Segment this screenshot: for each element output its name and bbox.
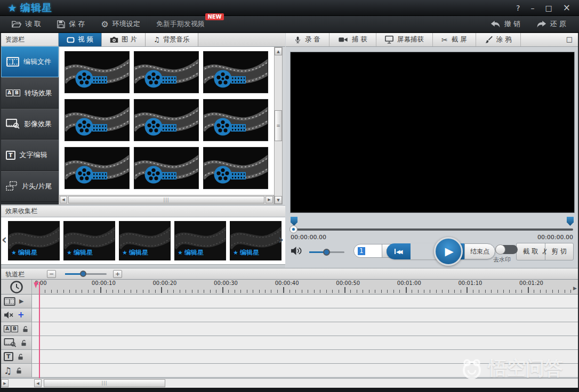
doodle-button[interactable]: 涂 鸦 [476, 33, 521, 46]
text-track-icon: T [4, 352, 13, 361]
scroll-up-arrow[interactable]: ▲ [275, 47, 282, 55]
transition-track-header: AB [1, 322, 32, 336]
elapsed-timecode: 00:00:00.00 [291, 234, 326, 241]
star-icon: ★ [233, 249, 238, 256]
sidebar-item-intro-outro[interactable]: 片头/片尾 [1, 171, 59, 202]
video-thumbnail[interactable] [204, 52, 268, 93]
timeline-zoom-out-button[interactable]: − [47, 270, 56, 278]
track-lock-button[interactable] [20, 339, 27, 346]
open-button[interactable]: 读 取 [12, 19, 41, 29]
maximize-button[interactable]: □ [545, 4, 552, 12]
track-play-button[interactable]: ▶ [19, 298, 23, 304]
tab-background-music[interactable]: ♫ 背景音乐 [146, 33, 198, 46]
timeline-horizontal-scrollbar[interactable]: ◀ ||| ▶ [1, 378, 578, 388]
scroll-right-arrow[interactable]: ▶ [266, 196, 273, 203]
music-track-lane[interactable] [32, 364, 578, 377]
screenshot-button[interactable]: ✂ 截 屏 [433, 33, 476, 46]
video-thumbnail[interactable] [65, 52, 129, 93]
video-thumbnail[interactable] [134, 52, 198, 93]
sidebar-item-video-effects[interactable]: 影像效果 [1, 109, 59, 140]
library-horizontal-scrollbar[interactable]: ◀ ||| ▶ [59, 195, 274, 205]
resource-sidebar: 编辑文件 AB 转场效果 影像效果 T 文字编辑 片头/片尾 [1, 46, 59, 205]
track-lock-button[interactable] [17, 353, 24, 360]
ruler-right-arrow[interactable]: ▶ [573, 285, 577, 291]
video-thumbnail[interactable] [204, 148, 268, 189]
doodle-label: 涂 鸦 [496, 35, 512, 44]
collection-thumbnail[interactable]: ★ 编辑星 [230, 222, 281, 260]
volume-slider[interactable] [309, 251, 344, 253]
remove-watermark-toggle[interactable] [495, 245, 518, 254]
track-bar-label: 轨道栏 [5, 270, 25, 279]
track-lock-button[interactable] [22, 325, 29, 332]
timeline-zoom-slider[interactable] [65, 273, 107, 275]
trim-end-marker[interactable] [567, 217, 574, 226]
seek-playhead-knob[interactable] [290, 225, 297, 233]
display-mode-button[interactable]: □ [566, 35, 573, 43]
collection-thumbnail[interactable]: ★ 编辑星 [64, 222, 115, 260]
video-thumbnail[interactable] [134, 100, 198, 141]
settings-label: 环境设定 [112, 19, 140, 29]
video-thumbnail[interactable] [204, 100, 268, 141]
zoom-thumb[interactable] [80, 271, 86, 277]
promo-link[interactable]: 免新手期发视频 NEW [156, 19, 205, 29]
settings-button[interactable]: ⚙ 环境设定 [101, 19, 140, 29]
redo-arrow-icon [536, 20, 546, 28]
sidebar-item-text-edit[interactable]: T 文字编辑 [1, 140, 59, 170]
end-point-button[interactable]: 结束点 [464, 243, 495, 259]
transport-controls: ◀◀ ▶▶ 结束点 ▶ [387, 243, 495, 259]
record-audio-button[interactable]: 录 音 [286, 33, 329, 46]
play-button[interactable]: ▶ [434, 237, 463, 266]
volume-thumb[interactable] [323, 249, 330, 256]
speaker-icon[interactable] [291, 246, 302, 256]
play-icon: ▶ [445, 245, 453, 258]
collection-prev-arrow[interactable]: ‹ [2, 233, 7, 246]
ruler-ticks: 0:0000:00:1000:00:2000:00:3000:00:4000:0… [32, 280, 578, 294]
tab-video[interactable]: 视 频 [59, 33, 102, 46]
undo-button[interactable]: 撤 销 [490, 19, 520, 29]
video-thumbnail[interactable] [65, 100, 129, 141]
audio-track-header: + [1, 308, 32, 322]
video-thumbnail[interactable] [134, 148, 198, 189]
transition-track-lane[interactable] [32, 322, 578, 336]
collection-thumbnail[interactable]: ★ 编辑星 [9, 222, 59, 260]
collection-thumbnail[interactable]: ★ 编辑星 [119, 222, 170, 260]
video-thumbnail[interactable] [65, 148, 129, 189]
timeline-scroll-thumb[interactable]: ||| [44, 379, 165, 387]
save-button[interactable]: 保 存 [57, 19, 85, 29]
track-lock-button[interactable] [15, 367, 22, 374]
scroll-left-arrow[interactable]: ◀ [60, 196, 67, 203]
tab-picture[interactable]: 图 片 [102, 33, 146, 46]
timeline-playhead[interactable] [39, 282, 40, 378]
timeline-scroll-left-arrow[interactable]: ◀ [34, 379, 42, 387]
timeline-zoom-in-button[interactable]: + [113, 270, 122, 278]
text-track: T [1, 350, 578, 364]
timeline-scroll-right-arrow[interactable]: ▶ [1, 379, 9, 387]
skip-back-button[interactable]: ◀◀ [387, 243, 411, 259]
music-track: ♫ [1, 364, 578, 378]
close-button[interactable]: × [563, 3, 570, 12]
trim-start-marker[interactable] [291, 217, 297, 226]
library-vertical-scrollbar[interactable]: ▲ ≡ ▼ [274, 47, 283, 205]
collection-next-arrow[interactable]: › [278, 233, 284, 246]
help-button[interactable]: ? [516, 4, 520, 12]
minimize-button[interactable]: – [531, 4, 535, 12]
effect-track-lane[interactable] [32, 336, 578, 349]
text-track-lane[interactable] [32, 350, 578, 363]
sidebar-item-label: 片头/片尾 [22, 182, 52, 191]
seek-bar[interactable] [292, 228, 573, 231]
screen-capture-label: 屏幕捕获 [397, 35, 424, 44]
timeline-ruler[interactable]: 0:0000:00:1000:00:2000:00:3000:00:4000:0… [32, 280, 578, 295]
add-track-button[interactable]: + [18, 311, 25, 319]
collection-thumbnail[interactable]: ★ 编辑星 [175, 222, 226, 260]
video-track-lane[interactable] [32, 295, 578, 308]
sidebar-item-transitions[interactable]: AB 转场效果 [1, 77, 59, 108]
horizontal-scroll-thumb[interactable]: ||| [68, 196, 264, 203]
screenshot-label: 截 屏 [452, 35, 467, 44]
vertical-scroll-thumb[interactable]: ≡ [275, 110, 282, 141]
audio-track-lane[interactable] [32, 308, 578, 322]
sidebar-item-edit-files[interactable]: 编辑文件 [1, 46, 59, 77]
redo-button[interactable]: 还 原 [536, 19, 566, 29]
screen-capture-button[interactable]: 屏幕捕获 [376, 33, 433, 46]
scroll-down-arrow[interactable]: ▼ [275, 196, 282, 204]
capture-button[interactable]: 捕 获 [329, 33, 376, 46]
